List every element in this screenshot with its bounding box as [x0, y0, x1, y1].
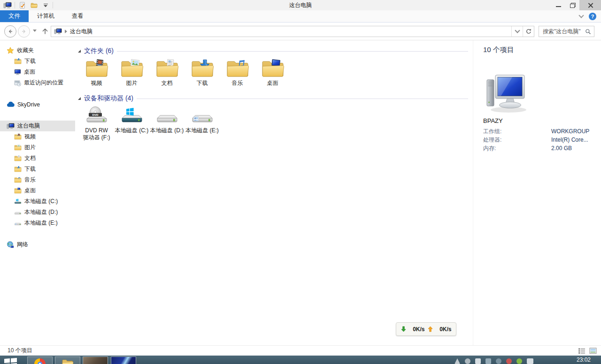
address-bar-buttons: [511, 26, 534, 37]
refresh-button[interactable]: [523, 26, 534, 37]
breadcrumb-chevron-icon[interactable]: [65, 30, 67, 33]
sidebar-item-downloads-pc[interactable]: 下载: [0, 164, 75, 174]
help-button[interactable]: ?: [589, 13, 596, 20]
tab-computer[interactable]: 计算机: [29, 10, 63, 22]
sidebar-item-downloads[interactable]: 下载: [0, 56, 75, 67]
device-tile-drive-e[interactable]: 本地磁盘 (E:): [185, 106, 220, 141]
folder-tile-pictures[interactable]: 图片: [114, 59, 149, 87]
ribbon-tabs: 文件 计算机 查看 ?: [0, 10, 601, 23]
taskbar-button-chrome[interactable]: [27, 356, 53, 364]
group-title: 设备和驱动器 (4): [84, 94, 133, 103]
folder-tile-documents[interactable]: 文档: [149, 59, 185, 87]
sidebar-item-drive-e[interactable]: 本地磁盘 (E:): [0, 218, 75, 228]
customize-qat-button[interactable]: [41, 0, 50, 10]
back-button[interactable]: [4, 25, 16, 38]
property-value: 2.00 GB: [551, 144, 572, 152]
details-view-button[interactable]: [578, 347, 586, 355]
folder-tile-music[interactable]: 音乐: [220, 59, 255, 87]
sidebar-label: 这台电脑: [17, 122, 40, 130]
address-bar[interactable]: 这台电脑: [51, 26, 534, 37]
sidebar-item-drive-d[interactable]: 本地磁盘 (D:): [0, 207, 75, 218]
sidebar-item-favorites[interactable]: 收藏夹: [0, 45, 75, 56]
overline: [44, 4, 48, 4]
sidebar-item-music[interactable]: 音乐: [0, 174, 75, 185]
quick-access-toolbar: [0, 0, 53, 10]
sidebar-item-documents[interactable]: 文档: [0, 153, 75, 164]
videos-folder-icon: [14, 134, 22, 140]
sidebar-item-skydrive[interactable]: SkyDrive: [0, 99, 75, 110]
group-header-devices[interactable]: 设备和驱动器 (4): [78, 93, 468, 104]
device-tile-drive-c[interactable]: 本地磁盘 (C:): [114, 106, 149, 141]
tile-label: 本地磁盘 (E:): [185, 127, 219, 134]
close-button[interactable]: [579, 0, 601, 10]
sidebar-item-desktop-pc[interactable]: 桌面: [0, 185, 75, 196]
tray-icon[interactable]: [496, 358, 501, 364]
sidebar-item-recent-places[interactable]: 最近访问的位置: [0, 77, 75, 88]
taskbar-button-media-app[interactable]: [111, 356, 136, 364]
taskbar-button-photo-app[interactable]: [83, 356, 108, 364]
upload-arrow-icon: [428, 326, 433, 332]
sidebar-item-videos[interactable]: 视频: [0, 131, 75, 142]
window-controls: [551, 0, 601, 10]
sidebar-item-this-pc[interactable]: 这台电脑: [0, 121, 75, 131]
sidebar-item-desktop[interactable]: 桌面: [0, 67, 75, 77]
tray-icon[interactable]: [465, 358, 470, 364]
device-tile-dvd[interactable]: DVD RW 驱动器 (F:): [79, 106, 114, 141]
search-input[interactable]: [539, 28, 585, 35]
group-header-folders[interactable]: 文件夹 (6): [78, 46, 468, 56]
tile-label: 本地磁盘 (D:): [150, 127, 184, 134]
group-rule: [117, 51, 468, 52]
property-value: WORKGROUP: [551, 127, 589, 136]
thumbnails-view-button[interactable]: [589, 347, 597, 355]
search-box: [539, 26, 594, 37]
system-tray[interactable]: [455, 358, 533, 364]
up-button[interactable]: [39, 26, 51, 37]
forward-button[interactable]: [18, 25, 30, 38]
taskbar-clock[interactable]: 23:02: [577, 356, 591, 363]
upload-speed: 0K/s: [436, 326, 452, 333]
tray-icon[interactable]: [506, 358, 512, 364]
downloads-folder-icon: [191, 59, 214, 78]
computer-icon: [3, 2, 12, 9]
breadcrumb[interactable]: 这台电脑: [51, 26, 95, 37]
tab-view[interactable]: 查看: [63, 10, 92, 22]
collapse-ribbon-icon[interactable]: [578, 13, 584, 18]
sidebar-label: 本地磁盘 (D:): [24, 208, 58, 216]
network-speed-widget[interactable]: 0K/s 0K/s: [396, 322, 456, 336]
sidebar-item-network[interactable]: 网络: [0, 239, 75, 250]
minimize-button[interactable]: [551, 0, 565, 10]
tile-label: 文档: [150, 80, 184, 87]
close-icon: [588, 3, 593, 8]
sidebar-label: 收藏夹: [17, 46, 34, 54]
taskbar-button-explorer[interactable]: [55, 356, 80, 364]
status-item-count: 10 个项目: [0, 347, 32, 355]
chevron-down-icon: [44, 5, 47, 7]
folder-tile-videos[interactable]: 视频: [79, 59, 114, 87]
desktop-folder-icon: [262, 59, 284, 78]
tray-icon[interactable]: [485, 358, 491, 364]
system-menu-button[interactable]: [3, 0, 12, 10]
folder-tile-downloads[interactable]: 下载: [185, 59, 220, 87]
tray-icon[interactable]: [475, 358, 481, 364]
properties-button[interactable]: [17, 0, 27, 10]
downloads-folder-icon: [14, 58, 22, 64]
search-button[interactable]: [585, 29, 594, 35]
folder-tile-desktop[interactable]: 桌面: [255, 59, 290, 87]
downloads-folder-icon: [14, 166, 22, 172]
new-folder-button[interactable]: [29, 0, 39, 10]
documents-folder-icon: [156, 59, 178, 78]
restore-button[interactable]: [565, 0, 579, 10]
address-dropdown-button[interactable]: [511, 26, 523, 37]
sidebar-label: 图片: [24, 144, 36, 152]
tab-file[interactable]: 文件: [0, 10, 29, 22]
breadcrumb-root[interactable]: 这台电脑: [70, 28, 92, 36]
device-tile-drive-d[interactable]: 本地磁盘 (D:): [149, 106, 185, 141]
tray-icon[interactable]: [516, 358, 522, 364]
tray-icon[interactable]: [455, 358, 460, 364]
sidebar-item-pictures[interactable]: 图片: [0, 142, 75, 153]
tray-icon[interactable]: [527, 358, 533, 364]
music-folder-icon: [226, 59, 249, 78]
start-button[interactable]: [4, 357, 20, 364]
sidebar-item-drive-c[interactable]: 本地磁盘 (C:): [0, 196, 75, 207]
history-dropdown-button[interactable]: [33, 30, 37, 32]
